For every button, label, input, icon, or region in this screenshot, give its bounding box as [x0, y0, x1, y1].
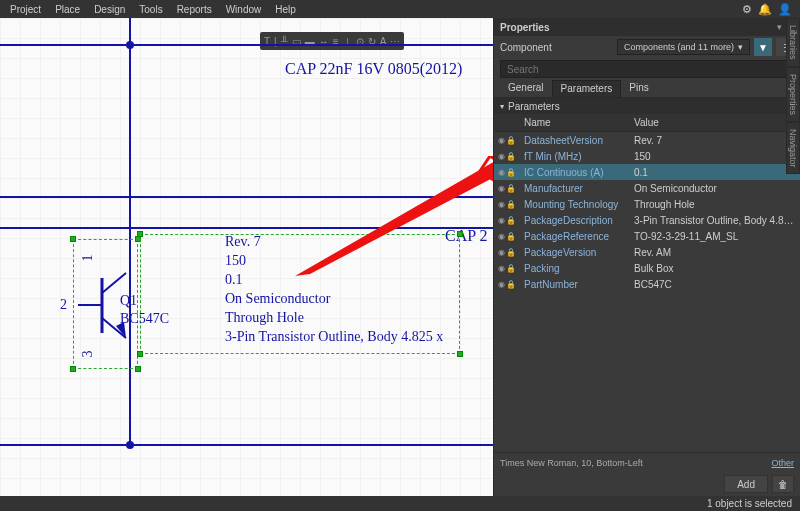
wire: [0, 44, 493, 46]
visibility-icon[interactable]: ◉: [498, 168, 505, 177]
menu-design[interactable]: Design: [88, 2, 131, 17]
menu-place[interactable]: Place: [49, 2, 86, 17]
tab-pins[interactable]: Pins: [621, 80, 656, 97]
lock-icon[interactable]: 🔒: [506, 248, 516, 257]
visibility-icon[interactable]: ◉: [498, 232, 505, 241]
filter-button[interactable]: ▼: [754, 38, 772, 56]
visibility-icon[interactable]: ◉: [498, 152, 505, 161]
schematic-param: Rev. 7: [225, 234, 261, 250]
menu-project[interactable]: Project: [4, 2, 47, 17]
schematic-param: 0.1: [225, 272, 243, 288]
status-text: 1 object is selected: [707, 498, 792, 509]
lock-icon[interactable]: 🔒: [506, 264, 516, 273]
status-bar: 1 object is selected: [0, 496, 800, 511]
visibility-icon[interactable]: ◉: [498, 200, 505, 209]
pin-2: 2: [60, 297, 67, 313]
comment: BC547C: [120, 311, 169, 327]
font-other-link[interactable]: Other: [771, 458, 794, 468]
menu-reports[interactable]: Reports: [171, 2, 218, 17]
menu-help[interactable]: Help: [269, 2, 302, 17]
canvas-toolbar[interactable]: T|╨▭▬↔≡⊥⊙↻A⋯: [260, 32, 404, 50]
lock-icon[interactable]: 🔒: [506, 184, 516, 193]
panel-pin-icon[interactable]: ▾: [777, 22, 782, 32]
lock-icon[interactable]: 🔒: [506, 280, 516, 289]
user-icon[interactable]: 👤: [778, 3, 792, 16]
side-tab-navigator[interactable]: Navigator: [786, 122, 800, 175]
table-row[interactable]: ◉🔒PackageDescription3-Pin Transistor Out…: [494, 212, 800, 228]
table-row[interactable]: ◉🔒PackingBulk Box: [494, 260, 800, 276]
table-row[interactable]: ◉🔒Mounting TechnologyThrough Hole: [494, 196, 800, 212]
table-row[interactable]: ◉🔒ManufacturerOn Semiconductor: [494, 180, 800, 196]
search-input[interactable]: [500, 60, 794, 78]
visibility-icon[interactable]: ◉: [498, 136, 505, 145]
schematic-param: 150: [225, 253, 246, 269]
table-row[interactable]: ◉🔒PackageReferenceTO-92-3-29-11_AM_SL: [494, 228, 800, 244]
side-tab-libraries[interactable]: Libraries: [786, 18, 800, 67]
wire: [129, 18, 131, 448]
menu-window[interactable]: Window: [220, 2, 268, 17]
lock-icon[interactable]: 🔒: [506, 152, 516, 161]
tab-parameters[interactable]: Parameters: [552, 80, 622, 97]
properties-panel: Properties ▾ ✕ Component Components (and…: [493, 18, 800, 496]
junction: [126, 41, 134, 49]
visibility-icon[interactable]: ◉: [498, 184, 505, 193]
menu-tools[interactable]: Tools: [133, 2, 168, 17]
visibility-icon[interactable]: ◉: [498, 216, 505, 225]
table-row[interactable]: ◉🔒PartNumberBC547C: [494, 276, 800, 292]
pin-1: 1: [80, 255, 96, 262]
lock-icon[interactable]: 🔒: [506, 168, 516, 177]
lock-icon[interactable]: 🔒: [506, 232, 516, 241]
side-tab-properties[interactable]: Properties: [786, 67, 800, 122]
bell-icon[interactable]: 🔔: [758, 3, 772, 16]
menu-bar: ProjectPlaceDesignToolsReportsWindowHelp…: [0, 0, 800, 18]
cap-label-1: CAP 22nF 16V 0805(2012): [285, 60, 462, 78]
gear-icon[interactable]: ⚙: [742, 3, 752, 16]
schematic-param: 3-Pin Transistor Outline, Body 4.825 x: [225, 329, 443, 345]
tab-general[interactable]: General: [500, 80, 552, 97]
pin-3: 3: [80, 351, 96, 358]
delete-button[interactable]: 🗑: [772, 475, 794, 493]
table-row[interactable]: ◉🔒DatasheetVersionRev. 7: [494, 132, 800, 148]
schematic-param: On Semiconductor: [225, 291, 330, 307]
visibility-icon[interactable]: ◉: [498, 280, 505, 289]
table-row[interactable]: ◉🔒PackageVersionRev. AM: [494, 244, 800, 260]
visibility-icon[interactable]: ◉: [498, 264, 505, 273]
designator: Q1: [120, 293, 137, 309]
lock-icon[interactable]: 🔒: [506, 216, 516, 225]
junction: [126, 441, 134, 449]
visibility-icon[interactable]: ◉: [498, 248, 505, 257]
lock-icon[interactable]: 🔒: [506, 200, 516, 209]
svg-line-2: [102, 273, 126, 293]
wire: [0, 196, 493, 198]
add-button[interactable]: Add: [724, 475, 768, 493]
table-row[interactable]: ◉🔒IC Continuous (A)0.1: [494, 164, 800, 180]
component-label: Component: [500, 42, 617, 53]
table-header: Name Value: [494, 114, 800, 132]
schematic-canvas[interactable]: T|╨▭▬↔≡⊥⊙↻A⋯ CAP 22nF 16V 0805(2012) CAP…: [0, 18, 493, 496]
component-scope-dropdown[interactable]: Components (and 11 more)▾: [617, 39, 750, 55]
lock-icon[interactable]: 🔒: [506, 136, 516, 145]
wire: [0, 227, 493, 229]
panel-title: Properties: [500, 22, 549, 33]
font-summary[interactable]: Times New Roman, 10, Bottom-Left: [500, 458, 643, 468]
section-parameters[interactable]: Parameters: [494, 98, 800, 114]
table-row[interactable]: ◉🔒fT Min (MHz)150: [494, 148, 800, 164]
wire: [0, 444, 493, 446]
schematic-param: Through Hole: [225, 310, 304, 326]
